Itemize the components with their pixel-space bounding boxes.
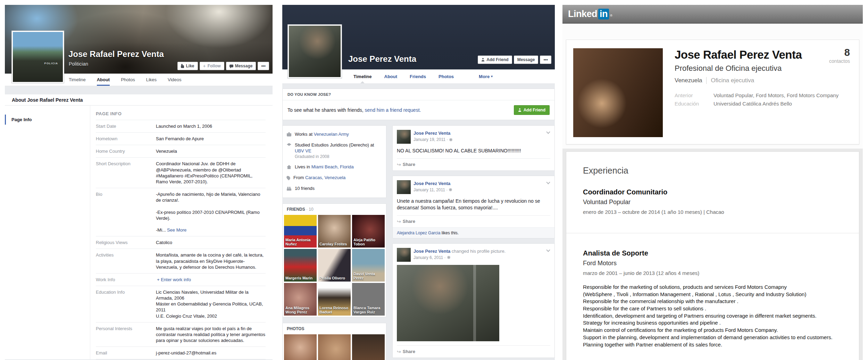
avatar[interactable] — [397, 130, 411, 144]
intro-link[interactable]: Venezuelan Army — [314, 132, 349, 137]
post-photo[interactable] — [397, 265, 499, 341]
thumbs-up-icon — [181, 65, 184, 68]
profile-picture[interactable]: POLICIA — [11, 31, 64, 83]
page-category: Politician — [69, 61, 88, 67]
like-button[interactable]: Like — [177, 62, 198, 70]
info-row-value: San Fernando de Apure — [156, 136, 204, 142]
contacts-counter: 8 contactos — [829, 48, 850, 64]
summary-row-value[interactable]: Voluntad Popular, Ford Motors, Ford Moto… — [713, 92, 838, 98]
post-timestamp[interactable]: January 19, 2011 · — [414, 137, 452, 142]
friend-tile[interactable]: Blanca Tamara Vargas Ruiz — [352, 283, 385, 316]
friend-tile[interactable]: Prisila Olivero — [318, 249, 351, 282]
job-date-range: enero de 2013 – octubre de 2014 (1 año 1… — [583, 209, 842, 215]
intro-item: From Caracas, Venezuela — [287, 173, 382, 183]
share-button[interactable]: Share — [403, 219, 415, 224]
experience-list: Coordinador Comunitario Voluntad Popular… — [583, 188, 842, 348]
more-options-button[interactable]: ••• — [540, 56, 551, 64]
profile-tab[interactable]: Photos — [439, 69, 454, 83]
info-row-label: Bio — [96, 191, 156, 233]
intro-text: 10 friends — [295, 186, 315, 192]
globe-privacy-icon — [449, 138, 452, 141]
info-row: Email j-perez-unidad-27@hotmail.es — [96, 347, 266, 359]
profile-picture[interactable] — [287, 24, 342, 78]
post-author-link[interactable]: Jose Perez Venta — [414, 131, 450, 136]
info-row-label: Short Description — [96, 161, 156, 185]
message-button[interactable]: Message — [226, 62, 256, 70]
job-company[interactable]: Voluntad Popular — [583, 199, 842, 206]
intro-link[interactable]: UBV VE — [295, 148, 311, 153]
info-row-value: Venezuela — [156, 148, 177, 154]
info-row: Short Description Coordinador Nacional J… — [96, 158, 266, 188]
friend-tile[interactable]: Aleja Patiño Tobon — [352, 215, 385, 248]
profile-location[interactable]: Venezuela — [675, 77, 702, 84]
job-company[interactable]: Ford Motors — [583, 260, 842, 267]
avatar[interactable] — [397, 180, 411, 194]
profile-tab[interactable]: Timeline — [353, 69, 372, 83]
message-icon — [229, 65, 233, 67]
friend-request-header: DO YOU KNOW JOSE? — [283, 89, 554, 100]
share-button[interactable]: Share — [403, 162, 415, 167]
info-row-link[interactable]: See More — [167, 227, 186, 233]
photo-thumbnail[interactable] — [352, 334, 385, 360]
friend-tile[interactable]: Lorena Reinoso Baduel — [318, 283, 351, 316]
add-friend-button-green[interactable]: Add Friend — [514, 105, 550, 115]
post-timestamp[interactable]: January 11, 2011 · — [414, 187, 452, 192]
linkedin-in-badge: in — [598, 9, 609, 19]
page-tab[interactable]: Likes — [146, 74, 157, 86]
intro-icon — [287, 186, 291, 191]
intro-item: Lives in Miami Beach, Florida — [287, 162, 382, 173]
info-row-link[interactable]: + Enter work info — [157, 277, 191, 282]
summary-row-value[interactable]: Universidad Católica Andrés Bello — [713, 101, 792, 107]
post-text: Unete a nuestra campaña! En tiempos de l… — [397, 198, 550, 211]
avatar[interactable] — [397, 248, 411, 262]
page-tab[interactable]: Photos — [121, 74, 135, 86]
photo-thumbnail[interactable] — [284, 334, 317, 360]
experience-entry: Analista de Soporte Ford Motors marzo de… — [566, 233, 859, 348]
share-button[interactable]: Share — [403, 349, 415, 354]
linkedin-logo[interactable]: Linked in ® — [568, 9, 612, 19]
follow-button[interactable]: Follow — [200, 62, 224, 70]
info-row-value: + Enter work info — [156, 277, 191, 283]
post-timestamp[interactable]: January 6, 2011 · — [414, 255, 506, 260]
experience-entry: Coordinador Comunitario Voluntad Popular… — [583, 188, 842, 215]
profile-tab[interactable]: About — [384, 69, 398, 83]
friend-tile[interactable]: David Venta Perez — [352, 249, 385, 282]
message-button[interactable]: Message — [514, 56, 539, 64]
more-options-button[interactable]: ••• — [258, 62, 269, 70]
intro-link[interactable]: Caracas, Venezuela — [305, 175, 345, 180]
info-row: Bio -Apureño de nacimiento, hijo de Mari… — [96, 188, 266, 236]
intro-link[interactable]: Miami Beach, Florida — [311, 164, 354, 169]
add-friend-button[interactable]: Add Friend — [478, 56, 512, 64]
friend-tile[interactable]: Margeris Marin — [284, 249, 317, 282]
profile-industry[interactable]: Oficina ejecutiva — [706, 77, 754, 84]
photos-header[interactable]: PHOTOS — [283, 323, 386, 334]
nav-item-page-info[interactable]: Page Info — [5, 115, 90, 125]
friend-tile[interactable]: Maria Antonia Nuñez — [284, 215, 317, 248]
page-tab[interactable]: Videos — [168, 74, 182, 86]
photo-thumbnail[interactable] — [318, 334, 351, 360]
liker-link[interactable]: Alejandra Lopez Garcia — [397, 231, 440, 235]
timeline-feed: Jose Perez Venta January 19, 2011 · NO A… — [392, 125, 555, 360]
page-tab[interactable]: Timeline — [69, 74, 86, 86]
intro-icon — [286, 175, 291, 181]
page-tab[interactable]: About — [97, 74, 110, 86]
page-action-buttons: Like Follow Message ••• — [177, 62, 269, 70]
friend-tile[interactable]: Carolay Freites — [318, 215, 351, 248]
timeline-post: Jose Perez Venta changed his profile pic… — [392, 243, 555, 358]
post-header: Jose Perez Venta January 19, 2011 · — [397, 130, 550, 144]
post-meta: Jose Perez Venta changed his profile pic… — [414, 248, 506, 262]
page-title: Jose Rafael Perez Venta — [68, 49, 164, 59]
profile-photo[interactable] — [573, 48, 663, 137]
experience-region: Experiencia Coordinador Comunitario Volu… — [562, 149, 863, 360]
friend-tile[interactable]: Ana Milagros Wong Perez — [284, 283, 317, 316]
job-description: Responsible for the marketing of solutio… — [583, 284, 842, 348]
post-author-link[interactable]: Jose Perez Venta — [414, 249, 450, 254]
location-industry-line: Venezuela Oficina ejecutiva — [675, 77, 852, 84]
friends-header[interactable]: FRIENDS · 10 — [283, 204, 386, 215]
experience-card: Experiencia Coordinador Comunitario Volu… — [566, 151, 859, 360]
profile-tab[interactable]: Friends — [410, 69, 426, 83]
friend-request-link[interactable]: send him a friend request. — [365, 107, 421, 113]
info-row-label: Activities — [96, 252, 156, 270]
post-author-link[interactable]: Jose Perez Venta — [414, 181, 450, 186]
tab-more[interactable]: More ▾ — [479, 69, 493, 83]
